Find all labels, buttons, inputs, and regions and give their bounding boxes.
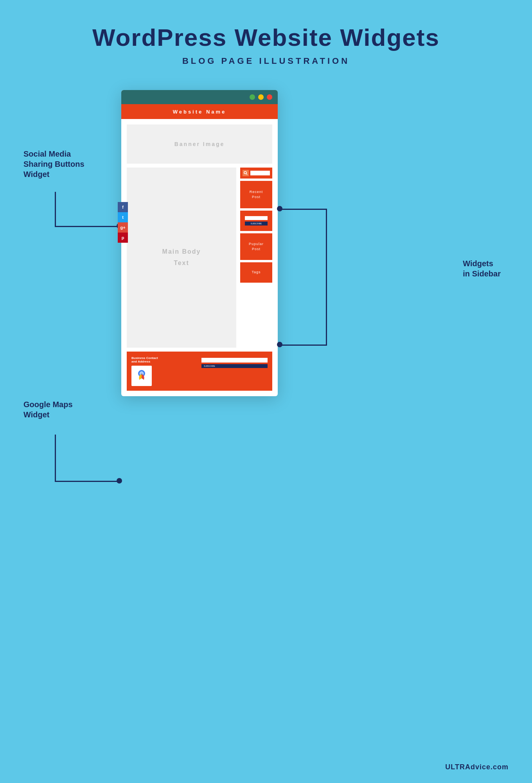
annotation-line-maps-h xyxy=(55,481,119,482)
subscribe-input[interactable] xyxy=(245,216,268,220)
footer-contact-title: Business Contactand Address xyxy=(131,356,198,363)
watermark: ULTRAdvice.com xyxy=(445,763,509,771)
banner-text: Banner Image xyxy=(174,141,225,147)
footer-subscribe-input[interactable] xyxy=(201,358,268,363)
annotation-line-sidebar-h-bottom xyxy=(280,345,327,346)
popular-post-label: PupularPost xyxy=(249,242,264,252)
footer-right: SUBSCRIBE xyxy=(201,356,268,368)
content-area: Main BodyText RecentPost xyxy=(127,168,272,348)
annotation-google-maps: Google MapsWidget xyxy=(23,399,73,420)
annotation-line-sidebar-v xyxy=(326,209,327,346)
tags-label: Tags xyxy=(252,270,261,275)
browser-mockup: Website Name Banner Image Main BodyText xyxy=(121,90,278,396)
annotation-line-social-v xyxy=(55,192,56,227)
footer-content: Business Contactand Address S xyxy=(131,356,268,386)
dot-yellow xyxy=(258,94,264,100)
annotation-social-media: Social MediaSharing ButtonsWidget xyxy=(23,149,84,179)
page-title: WordPress Website Widgets xyxy=(0,0,532,51)
website-header-bar: Website Name xyxy=(121,104,278,119)
annotation-line-sidebar-h-top xyxy=(280,209,327,210)
sidebar-recent-post: RecentPost xyxy=(240,181,272,208)
dot-green xyxy=(250,94,255,100)
annotation-dot-maps xyxy=(117,478,122,484)
footer-subscribe-button[interactable]: SUBSCRIBE xyxy=(201,364,268,368)
sidebar: RecentPost SUBSCRIBE PupularPost Tags xyxy=(240,168,272,348)
google-button[interactable]: g+ xyxy=(118,222,128,233)
subscribe-button[interactable]: SUBSCRIBE xyxy=(245,222,268,226)
browser-titlebar xyxy=(121,90,278,104)
page-subtitle: BLOG PAGE ILLUSTRATION xyxy=(0,56,532,66)
main-body: Main BodyText xyxy=(127,168,236,348)
svg-line-1 xyxy=(246,174,248,175)
annotation-line-social-h xyxy=(55,226,119,227)
facebook-button[interactable]: f xyxy=(118,202,128,212)
search-field[interactable] xyxy=(250,171,270,175)
website-name-label: Website Name xyxy=(173,109,226,115)
svg-point-0 xyxy=(244,171,246,174)
sidebar-search-widget[interactable] xyxy=(240,168,272,179)
annotation-dot-sidebar-bottom xyxy=(277,342,282,347)
search-icon xyxy=(243,170,249,176)
pinterest-button[interactable]: p xyxy=(118,233,128,243)
sidebar-popular-post: PupularPost xyxy=(240,233,272,260)
footer-left: Business Contactand Address xyxy=(131,356,198,386)
footer-area: Business Contactand Address S xyxy=(127,352,272,391)
annotation-line-maps-v xyxy=(55,435,56,482)
google-maps-icon[interactable] xyxy=(131,366,152,386)
main-body-text: Main BodyText xyxy=(162,246,201,269)
dot-red xyxy=(267,94,272,100)
sidebar-tags: Tags xyxy=(240,262,272,283)
banner-image: Banner Image xyxy=(127,124,272,164)
annotation-dot-sidebar-top xyxy=(277,206,282,211)
recent-post-label: RecentPost xyxy=(250,189,263,200)
svg-point-4 xyxy=(140,372,143,375)
sidebar-subscribe-widget: SUBSCRIBE xyxy=(240,211,272,231)
annotation-widgets-sidebar: Widgetsin Sidebar xyxy=(463,258,501,279)
social-media-buttons: f t g+ p xyxy=(118,202,128,243)
twitter-button[interactable]: t xyxy=(118,212,128,222)
